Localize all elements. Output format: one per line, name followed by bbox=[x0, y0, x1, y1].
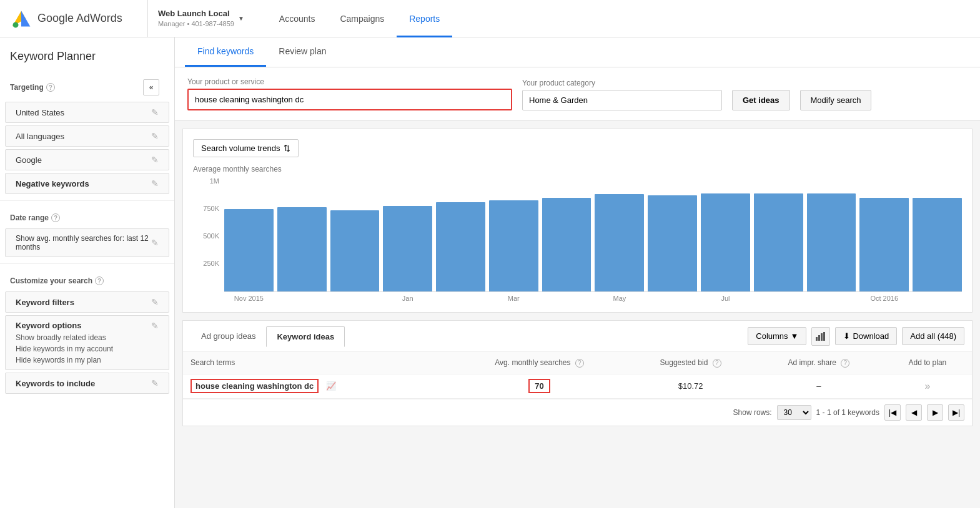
account-sub: Manager • 401-987-4859 bbox=[158, 19, 234, 28]
sidebar-title: Keyword Planner bbox=[0, 37, 174, 73]
pagination-last-btn[interactable]: ▶| bbox=[948, 404, 964, 421]
chart-bar-col bbox=[913, 177, 962, 291]
chart-bar bbox=[277, 207, 327, 291]
chart-bar-col bbox=[224, 177, 274, 291]
col-search-terms: Search terms bbox=[183, 352, 452, 374]
add-all-button[interactable]: Add all (448) bbox=[902, 327, 964, 345]
suggested-bid-cell: $10.72 bbox=[626, 374, 755, 398]
chart-bar-col bbox=[648, 177, 697, 291]
sidebar: Keyword Planner Targeting ? « United Sta… bbox=[0, 37, 175, 508]
chart-x-label bbox=[754, 295, 803, 302]
collapse-btn[interactable]: « bbox=[143, 79, 159, 95]
svg-point-2 bbox=[13, 22, 19, 27]
get-ideas-button[interactable]: Get ideas bbox=[732, 90, 790, 110]
main-layout: Keyword Planner Targeting ? « United Sta… bbox=[0, 37, 980, 508]
svg-rect-3 bbox=[816, 337, 818, 341]
targeting-help-icon[interactable]: ? bbox=[46, 83, 55, 92]
sidebar-item-network[interactable]: Google ✎ bbox=[5, 149, 169, 170]
chart-bar bbox=[542, 198, 591, 291]
chart-bar bbox=[436, 202, 485, 291]
sidebar-item-daterange[interactable]: Show avg. monthly searches for: last 12 … bbox=[5, 228, 169, 257]
tab-review-plan[interactable]: Review plan bbox=[266, 37, 339, 67]
tab-bar: Find keywords Review plan bbox=[175, 37, 980, 67]
chart-bar-col bbox=[807, 177, 856, 291]
chart-bar-col bbox=[383, 177, 432, 291]
nav-link-reports[interactable]: Reports bbox=[397, 0, 452, 37]
logo-icon bbox=[10, 7, 32, 30]
chart-x-label: Jul bbox=[701, 295, 750, 302]
chart-y-label: Average monthly searches bbox=[193, 165, 962, 173]
daterange-help-icon[interactable]: ? bbox=[51, 213, 60, 222]
modify-search-button[interactable]: Modify search bbox=[800, 90, 872, 110]
nav-link-accounts[interactable]: Accounts bbox=[267, 0, 328, 37]
edit-icon: ✎ bbox=[151, 107, 159, 117]
col-add-to-plan: Add to plan bbox=[883, 352, 972, 374]
add-to-plan-cell[interactable]: » bbox=[883, 374, 972, 398]
chart-bar bbox=[754, 193, 803, 291]
chart-bar bbox=[859, 198, 909, 291]
chart-x-labels: Nov 2015JanMarMayJulOct 2016 bbox=[224, 295, 962, 302]
chart-bar-col bbox=[436, 177, 485, 291]
product-service-input[interactable] bbox=[187, 89, 512, 110]
sidebar-item-negative-keywords[interactable]: Negative keywords ✎ bbox=[5, 173, 169, 194]
chevron-down-icon: ▼ bbox=[238, 15, 244, 22]
chart-bar-col bbox=[754, 177, 803, 291]
pagination-bar: Show rows: 30 50 100 1 - 1 of 1 keywords… bbox=[183, 399, 972, 426]
chart-bars bbox=[224, 177, 962, 292]
product-category-field-group: Your product category bbox=[522, 79, 722, 110]
content-area: Find keywords Review plan Your product o… bbox=[175, 37, 980, 508]
chart-bar-col bbox=[701, 177, 750, 291]
sidebar-item-keyword-options[interactable]: Keyword options ✎ Show broadly related i… bbox=[5, 315, 169, 370]
edit-icon: ✎ bbox=[151, 297, 159, 307]
daterange-header: Date range ? bbox=[0, 207, 174, 226]
results-tab-keyword-ideas[interactable]: Keyword ideas bbox=[266, 326, 345, 347]
chart-toggle-button[interactable] bbox=[811, 327, 830, 346]
nav-link-campaigns[interactable]: Campaigns bbox=[327, 0, 397, 37]
pagination-next-btn[interactable]: ▶ bbox=[927, 404, 943, 421]
targeting-header: Targeting ? « bbox=[0, 73, 174, 99]
sidebar-item-keywords-to-include[interactable]: Keywords to include ✎ bbox=[5, 373, 169, 394]
chart-bars-area: Nov 2015JanMarMayJulOct 2016 bbox=[224, 177, 962, 302]
download-button[interactable]: ⬇ Download bbox=[835, 327, 897, 345]
col-ad-impr-share: Ad impr. share ? bbox=[755, 352, 883, 374]
customize-help-icon[interactable]: ? bbox=[95, 276, 104, 285]
results-table: Search terms Avg. monthly searches ? Sug… bbox=[183, 352, 972, 399]
chart-icon bbox=[816, 332, 826, 341]
account-selector[interactable]: Web Launch Local Manager • 401-987-4859 … bbox=[147, 0, 254, 37]
pagination-prev-btn[interactable]: ◀ bbox=[906, 404, 922, 421]
pagination-first-btn[interactable]: |◀ bbox=[884, 404, 901, 421]
sidebar-item-keyword-filters[interactable]: Keyword filters ✎ bbox=[5, 291, 169, 313]
suggested-bid-help-icon[interactable]: ? bbox=[713, 359, 721, 368]
chart-bar bbox=[383, 206, 432, 291]
chart-x-label: Mar bbox=[489, 295, 538, 302]
tab-find-keywords[interactable]: Find keywords bbox=[185, 37, 266, 67]
chart-bar-col bbox=[595, 177, 644, 291]
columns-button[interactable]: Columns ▼ bbox=[748, 327, 806, 345]
edit-icon: ✎ bbox=[151, 155, 159, 165]
results-actions: Columns ▼ ⬇ Download bbox=[748, 327, 964, 346]
chart-dropdown-button[interactable]: Search volume trends ⇅ bbox=[193, 139, 299, 157]
download-icon: ⬇ bbox=[843, 331, 850, 341]
trend-icon[interactable]: 📈 bbox=[326, 381, 336, 391]
sidebar-item-language[interactable]: All languages ✎ bbox=[5, 125, 169, 147]
product-category-input[interactable] bbox=[522, 90, 722, 110]
rows-per-page-select[interactable]: 30 50 100 bbox=[777, 405, 811, 420]
chart-bar-col bbox=[859, 177, 909, 291]
edit-icon: ✎ bbox=[151, 321, 159, 331]
chart-x-label: Jan bbox=[383, 295, 432, 302]
avg-monthly-help-icon[interactable]: ? bbox=[575, 359, 584, 368]
chart-header: Search volume trends ⇅ bbox=[193, 139, 962, 157]
chart-section: Search volume trends ⇅ Average monthly s… bbox=[182, 129, 973, 313]
chart-x-label bbox=[913, 295, 962, 302]
sidebar-item-location[interactable]: United States ✎ bbox=[5, 102, 169, 123]
chart-bar bbox=[330, 210, 380, 291]
ad-impr-help-icon[interactable]: ? bbox=[841, 359, 849, 368]
customize-header: Customize your search ? bbox=[0, 270, 174, 289]
chart-bar-col bbox=[277, 177, 327, 291]
ad-impr-share-cell: – bbox=[755, 374, 883, 398]
chart-x-label: Nov 2015 bbox=[224, 295, 274, 302]
results-tabs-bar: Ad group ideas Keyword ideas Columns ▼ bbox=[183, 321, 972, 352]
results-tab-ad-group[interactable]: Ad group ideas bbox=[191, 326, 266, 346]
logo-area: Google AdWords bbox=[10, 7, 147, 30]
search-panel: Your product or service Your product cat… bbox=[175, 67, 980, 121]
